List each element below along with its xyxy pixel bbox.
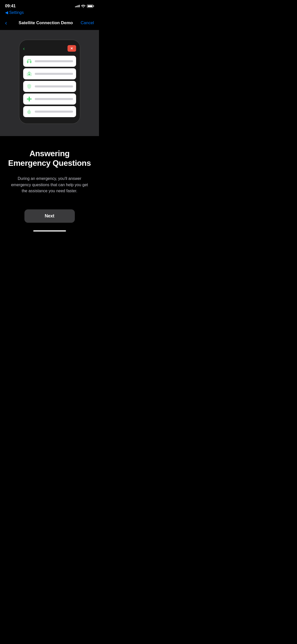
medical-kit-icon — [26, 71, 32, 77]
car-icon — [26, 58, 32, 64]
phone-close-button: ✕ — [68, 45, 76, 52]
button-area: Next — [0, 194, 99, 228]
medical-cross-icon — [26, 96, 32, 102]
nav-back-button[interactable]: ‹ — [5, 19, 15, 26]
phone-mockup: ‹ ✕ — [19, 40, 80, 123]
status-bar: 09:41 — [0, 0, 99, 10]
list-item-line — [35, 111, 73, 113]
list-item-line — [35, 98, 73, 100]
description-text: During an emergency, you'll answer emerg… — [9, 176, 90, 194]
status-icons — [75, 5, 94, 8]
svg-point-1 — [27, 62, 28, 63]
list-item-line — [35, 85, 73, 87]
hero-section: ‹ ✕ — [0, 30, 99, 136]
battery-icon — [87, 5, 94, 8]
nav-cancel-button[interactable]: Cancel — [76, 20, 94, 25]
list-item — [23, 106, 76, 117]
settings-back[interactable]: ◀ Settings — [0, 10, 99, 17]
svg-rect-3 — [27, 61, 28, 62]
main-title: Answering Emergency Questions — [8, 149, 91, 168]
status-time: 09:41 — [5, 4, 16, 9]
phone-header: ‹ ✕ — [23, 45, 76, 52]
svg-point-2 — [30, 62, 31, 63]
list-item — [23, 93, 76, 105]
list-item — [23, 56, 76, 67]
nav-title: Satellite Connection Demo — [15, 20, 76, 25]
phone-back-arrow-icon: ‹ — [23, 46, 25, 51]
settings-back-label[interactable]: ◀ Settings — [5, 10, 24, 15]
phone-close-icon: ✕ — [70, 47, 73, 50]
svg-rect-4 — [30, 61, 31, 62]
shield-icon — [26, 83, 32, 89]
fire-icon — [26, 109, 32, 115]
navigation-bar: ‹ Satellite Connection Demo Cancel — [0, 17, 99, 30]
next-button[interactable]: Next — [24, 209, 75, 223]
content-section: Answering Emergency Questions During an … — [0, 136, 99, 194]
home-bar — [33, 230, 66, 232]
list-item — [23, 68, 76, 79]
home-indicator — [0, 228, 99, 237]
list-item-line — [35, 73, 73, 75]
list-item — [23, 81, 76, 92]
signal-bars-icon — [75, 5, 80, 7]
wifi-icon — [81, 5, 85, 8]
list-item-line — [35, 60, 73, 62]
emergency-list — [23, 56, 76, 117]
